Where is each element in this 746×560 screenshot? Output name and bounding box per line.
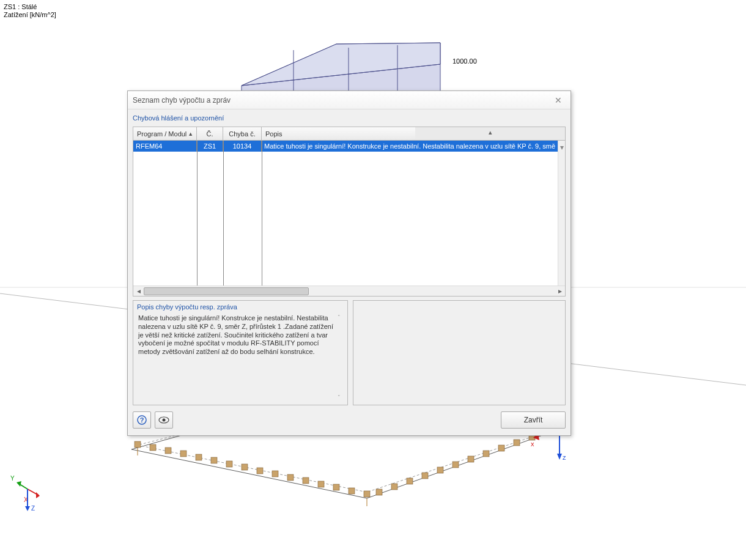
col-description[interactable]: Popis xyxy=(262,127,415,140)
svg-rect-22 xyxy=(318,481,324,487)
load-annotation: 1000.00 xyxy=(452,57,477,65)
overlay-line2: Zatížení [kN/m^2] xyxy=(4,11,56,19)
svg-rect-23 xyxy=(333,484,339,490)
svg-text:x: x xyxy=(531,440,534,448)
scroll-up-icon[interactable]: ▴ xyxy=(415,127,565,140)
errors-table: Program / Modul ▲ Č. Chyba č. Popis ▴ RF… xyxy=(133,127,566,297)
svg-rect-28 xyxy=(407,478,413,484)
svg-rect-25 xyxy=(364,491,370,497)
chevron-down-icon[interactable]: ˅ xyxy=(338,394,344,401)
cell-program: RFEM64 xyxy=(133,141,197,152)
svg-rect-15 xyxy=(211,457,217,463)
col-error-number[interactable]: Chyba č. xyxy=(223,127,262,140)
scroll-right-icon[interactable]: ▸ xyxy=(555,286,565,297)
svg-rect-27 xyxy=(391,484,397,490)
help-icon: ? xyxy=(137,415,147,425)
chevron-up-icon[interactable]: ˄ xyxy=(338,314,344,321)
svg-marker-49 xyxy=(557,454,562,460)
col-number[interactable]: Č. xyxy=(197,127,223,140)
supports xyxy=(135,424,563,506)
error-description-panel: Popis chyby výpočtu resp. zpráva Matice … xyxy=(133,300,348,405)
scroll-thumb[interactable] xyxy=(144,287,309,295)
svg-rect-17 xyxy=(242,464,248,470)
vertical-scrollbar[interactable]: ▾ xyxy=(558,141,565,286)
svg-text:?: ? xyxy=(140,416,144,424)
svg-rect-31 xyxy=(452,462,459,468)
svg-rect-12 xyxy=(165,448,171,454)
horizontal-scrollbar[interactable]: ◂ ▸ xyxy=(133,286,565,296)
view-button[interactable] xyxy=(155,411,173,429)
svg-rect-20 xyxy=(287,474,294,481)
svg-rect-16 xyxy=(226,461,232,467)
col-program[interactable]: Program / Modul ▲ xyxy=(133,127,197,140)
help-button[interactable]: ? xyxy=(133,411,151,429)
svg-rect-34 xyxy=(498,445,504,451)
overlay-line1: ZS1 : Stálé xyxy=(4,3,56,11)
dialog-title: Seznam chyb výpočtu a zpráv xyxy=(133,96,546,105)
svg-rect-11 xyxy=(150,444,156,451)
svg-rect-10 xyxy=(135,441,141,448)
cell-description: Matice tuhosti je singulární! Konstrukce… xyxy=(262,141,558,152)
svg-rect-35 xyxy=(514,440,520,446)
svg-rect-21 xyxy=(303,477,309,484)
svg-rect-14 xyxy=(196,454,202,460)
svg-rect-29 xyxy=(422,473,428,479)
svg-text:z: z xyxy=(563,454,566,461)
close-button[interactable]: Zavřít xyxy=(501,411,566,429)
sort-asc-icon: ▲ xyxy=(188,131,193,137)
dialog-titlebar[interactable]: Seznam chyb výpočtu a zpráv ✕ xyxy=(128,91,571,109)
load-case-overlay: ZS1 : Stálé Zatížení [kN/m^2] xyxy=(4,3,56,19)
svg-rect-32 xyxy=(468,456,474,462)
svg-rect-24 xyxy=(349,488,355,494)
svg-rect-13 xyxy=(180,451,186,457)
cell-error-number: 10134 xyxy=(223,141,262,152)
eye-icon xyxy=(158,416,169,424)
svg-rect-18 xyxy=(257,468,263,474)
scroll-left-icon[interactable]: ◂ xyxy=(133,286,144,297)
svg-rect-30 xyxy=(437,467,443,473)
close-icon[interactable]: ✕ xyxy=(546,91,571,109)
error-list-dialog: Seznam chyb výpočtu a zpráv ✕ Chybová hl… xyxy=(127,90,571,436)
error-description-text: Matice tuhosti je singulární! Konstrukce… xyxy=(136,313,345,402)
svg-rect-26 xyxy=(376,489,382,495)
errors-section-label: Chybová hlášení a upozornění xyxy=(133,114,566,122)
svg-rect-19 xyxy=(272,471,278,477)
cell-number: ZS1 xyxy=(197,141,223,152)
svg-rect-33 xyxy=(483,451,489,457)
svg-point-63 xyxy=(163,419,166,422)
description-section-label: Popis chyby výpočtu resp. zpráva xyxy=(133,301,347,311)
preview-panel xyxy=(353,300,566,405)
